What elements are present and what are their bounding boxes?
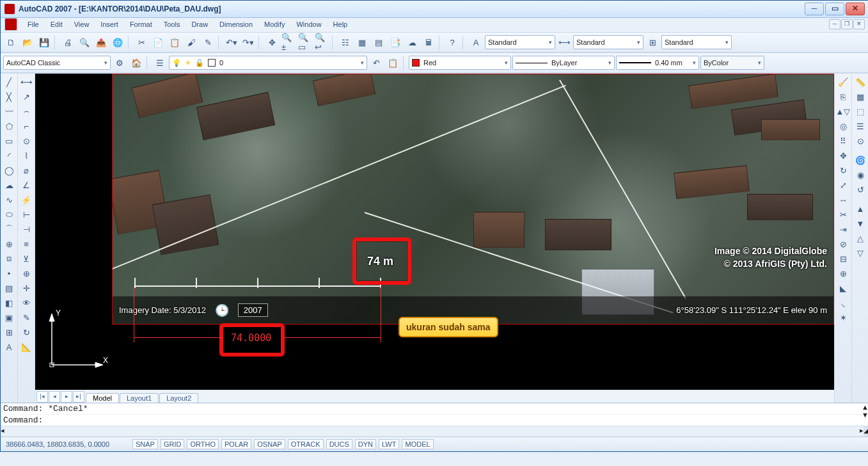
menu-edit[interactable]: Edit <box>47 19 67 29</box>
pan-button[interactable]: ✥ <box>264 35 280 50</box>
scale-button[interactable]: ⤢ <box>835 178 851 192</box>
cmd-resize-grip[interactable]: ◢ <box>864 426 868 437</box>
doc-minimize-button[interactable]: ─ <box>829 19 840 29</box>
block-editor-button[interactable]: ✎ <box>200 35 216 50</box>
insert-block-button[interactable]: ⊕ <box>1 237 17 251</box>
chamfer-button[interactable]: ◣ <box>835 281 851 295</box>
continue-dim-button[interactable]: ⊣ <box>19 222 34 236</box>
make-block-button[interactable]: ⧈ <box>1 252 17 266</box>
workspace-dropdown[interactable]: AutoCAD Classic▾ <box>3 56 111 70</box>
baseline-dim-button[interactable]: ⊢ <box>19 207 34 221</box>
rectangle-button[interactable]: ▭ <box>1 134 17 148</box>
status-dyn[interactable]: DYN <box>355 439 376 449</box>
dim-update-button[interactable]: ↻ <box>19 325 34 339</box>
linetype-dropdown[interactable]: ByLayer▾ <box>512 56 615 70</box>
erase-button[interactable]: 🧹 <box>835 75 851 89</box>
array-button[interactable]: ⠿ <box>835 134 851 148</box>
properties-button[interactable]: ☷ <box>338 35 353 50</box>
status-lwt[interactable]: LWT <box>379 439 399 449</box>
sheetset-button[interactable]: 📑 <box>388 35 403 50</box>
extend-button[interactable]: ⇥ <box>835 222 851 236</box>
rotate-button[interactable]: ↻ <box>835 163 851 177</box>
bring-front-button[interactable]: ▲ <box>853 202 868 216</box>
spline-button[interactable]: ∿ <box>1 193 17 207</box>
list-button[interactable]: ☰ <box>853 119 868 133</box>
ellipse-arc-button[interactable]: ⌒ <box>1 222 17 236</box>
zoom-window-button[interactable]: 🔍▭ <box>297 35 313 50</box>
dimstyle-button[interactable]: 📐 <box>19 340 34 354</box>
tab-model[interactable]: Model <box>86 393 119 403</box>
dim-space-button[interactable]: ≡ <box>19 237 34 251</box>
plot-preview-button[interactable]: 🔍 <box>77 35 92 50</box>
publish-button[interactable]: 📤 <box>93 35 109 50</box>
table-style-dropdown[interactable]: Standard▾ <box>661 35 732 49</box>
window-maximize-button[interactable]: ▭ <box>825 3 844 15</box>
free-orbit-button[interactable]: ◉ <box>853 168 868 182</box>
polyline-button[interactable]: 〰 <box>1 104 17 118</box>
menu-insert[interactable]: Insert <box>97 19 122 29</box>
layer-properties-button[interactable]: ☰ <box>152 55 168 70</box>
polygon-button[interactable]: ⬠ <box>1 119 17 133</box>
menu-format[interactable]: Format <box>126 19 156 29</box>
workspace-settings-button[interactable]: ⚙ <box>112 55 127 70</box>
paste-button[interactable]: 📋 <box>167 35 182 50</box>
match-properties-button[interactable]: 🖌 <box>184 35 199 50</box>
status-model[interactable]: MODEL <box>402 439 433 449</box>
tolerance-button[interactable]: ⊕ <box>19 266 34 280</box>
break-button[interactable]: ⊟ <box>835 252 851 266</box>
new-button[interactable]: 🗋 <box>3 35 19 50</box>
status-otrack[interactable]: OTRACK <box>288 439 324 449</box>
area-button[interactable]: ▦ <box>853 90 868 104</box>
lineweight-dropdown[interactable]: 0.40 mm▾ <box>616 56 699 70</box>
redo-button[interactable]: ↷▾ <box>241 35 256 50</box>
jogged-dim-button[interactable]: ⌇ <box>19 149 34 163</box>
dim-break-button[interactable]: ⊻ <box>19 252 34 266</box>
tab-nav-first[interactable]: |◂ <box>36 391 48 403</box>
offset-button[interactable]: ◎ <box>835 119 851 133</box>
line-button[interactable]: ╱ <box>1 75 17 89</box>
command-input[interactable] <box>45 415 862 426</box>
tab-layout1[interactable]: Layout1 <box>120 393 159 403</box>
point-button[interactable]: • <box>1 266 17 280</box>
3d-dwf-button[interactable]: 🌐 <box>110 35 125 50</box>
hatch-button[interactable]: ▨ <box>1 281 17 295</box>
layer-states-button[interactable]: 📋 <box>385 55 400 70</box>
status-polar[interactable]: POLAR <box>221 439 251 449</box>
menu-window[interactable]: Window <box>292 19 325 29</box>
zoom-previous-button[interactable]: 🔍↩ <box>314 35 329 50</box>
send-below-button[interactable]: ▽ <box>853 246 868 260</box>
arc-button[interactable]: ◜ <box>1 149 17 163</box>
revision-cloud-button[interactable]: ☁ <box>1 178 17 192</box>
move-button[interactable]: ✥ <box>835 149 851 163</box>
menu-view[interactable]: View <box>70 19 93 29</box>
plotstyle-dropdown[interactable]: ByColor▾ <box>700 56 764 70</box>
tab-layout2[interactable]: Layout2 <box>159 393 198 403</box>
open-button[interactable]: 📂 <box>20 35 35 50</box>
radius-dim-button[interactable]: ⊙ <box>19 134 34 148</box>
mtext-button[interactable]: A <box>1 340 17 354</box>
linear-dim-button[interactable]: ⟷ <box>19 75 34 89</box>
gradient-button[interactable]: ◧ <box>1 296 17 310</box>
drawing-area[interactable]: 74 m Imagery Date: 5/3/2012 🕒 2007 6°58'… <box>35 74 834 403</box>
send-back-button[interactable]: ▼ <box>853 216 868 230</box>
plot-button[interactable]: 🖨 <box>60 35 75 50</box>
window-minimize-button[interactable]: ─ <box>805 3 824 15</box>
undo-button[interactable]: ↶▾ <box>224 35 239 50</box>
zoom-realtime-button[interactable]: 🔍± <box>281 35 296 50</box>
color-dropdown[interactable]: Red▾ <box>409 56 511 70</box>
region-mass-button[interactable]: ⬚ <box>853 104 868 118</box>
tab-nav-last[interactable]: ▸| <box>73 391 84 403</box>
ordinate-dim-button[interactable]: ⌐ <box>19 119 34 133</box>
tab-nav-next[interactable]: ▸ <box>61 391 72 403</box>
toolpalettes-button[interactable]: ▤ <box>371 35 386 50</box>
quickcalc-button[interactable]: 🖩 <box>421 35 436 50</box>
window-close-button[interactable]: ✕ <box>846 3 865 15</box>
designcenter-button[interactable]: ▦ <box>354 35 370 50</box>
circle-button[interactable]: ◯ <box>1 163 17 177</box>
inspection-button[interactable]: 👁 <box>19 296 34 310</box>
menu-help[interactable]: Help <box>329 19 352 29</box>
status-grid[interactable]: GRID <box>161 439 185 449</box>
tab-nav-prev[interactable]: ◂ <box>49 391 60 403</box>
cmd-scroll-up[interactable]: ▲ <box>862 403 868 411</box>
construction-line-button[interactable]: ╳ <box>1 90 17 104</box>
